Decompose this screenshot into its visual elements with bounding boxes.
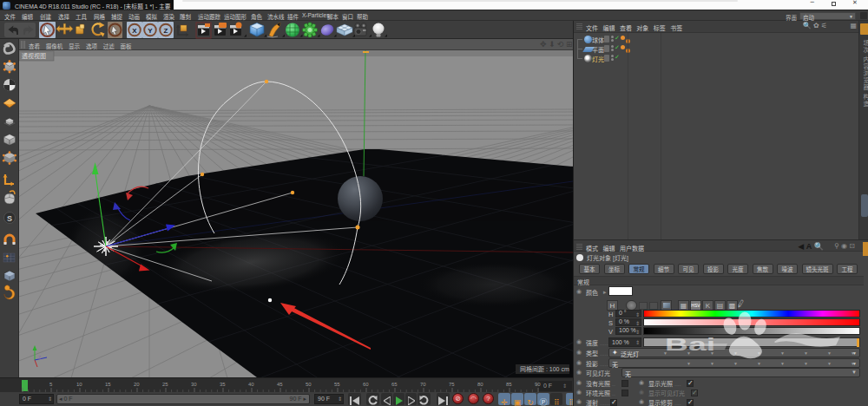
- svg-text:90: 90: [535, 382, 541, 387]
- svg-text:30: 30: [191, 382, 197, 387]
- svg-text:⇕: ⇕: [562, 383, 567, 389]
- svg-text:70: 70: [420, 382, 426, 387]
- svg-text:Z: Z: [164, 27, 168, 35]
- svg-text:85: 85: [506, 382, 512, 387]
- svg-text:Y: Y: [148, 27, 153, 35]
- svg-text:15: 15: [105, 382, 111, 387]
- svg-text:35: 35: [220, 382, 226, 387]
- svg-text:透视视图: 透视视图: [22, 52, 46, 60]
- svg-text:50: 50: [306, 382, 312, 387]
- svg-text:S: S: [7, 214, 12, 223]
- svg-text:55: 55: [334, 382, 340, 387]
- svg-text:网格间距 : 100 cm: 网格间距 : 100 cm: [520, 365, 569, 373]
- svg-text:10: 10: [76, 382, 82, 387]
- svg-text:45: 45: [277, 382, 283, 387]
- svg-text:X: X: [132, 27, 137, 35]
- svg-text:20: 20: [134, 382, 140, 387]
- svg-text:40: 40: [248, 382, 254, 387]
- svg-text:80: 80: [477, 382, 483, 387]
- svg-text:60: 60: [363, 382, 369, 387]
- svg-text:0 F: 0 F: [543, 383, 552, 389]
- svg-text:25: 25: [162, 382, 168, 387]
- svg-text:65: 65: [391, 382, 398, 387]
- svg-text:5: 5: [49, 382, 53, 387]
- svg-text:75: 75: [449, 382, 455, 387]
- svg-text:Z: Z: [38, 355, 41, 360]
